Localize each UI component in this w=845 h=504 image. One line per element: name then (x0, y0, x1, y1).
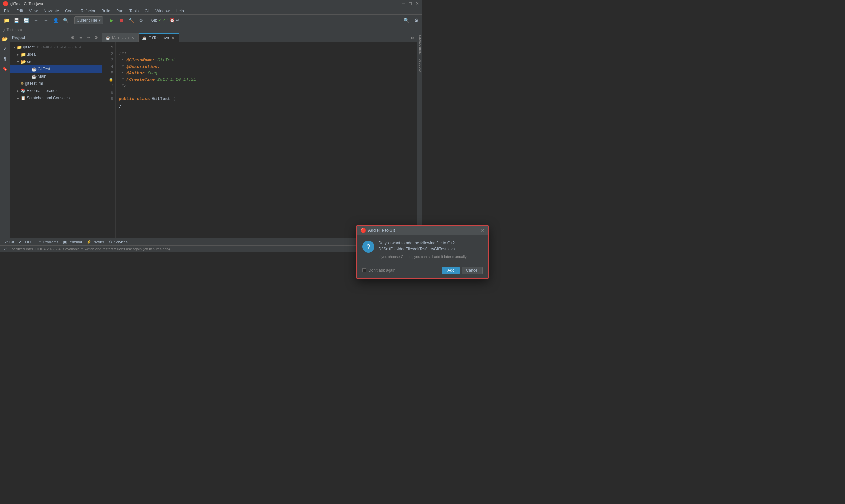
dialog-title-icon: 🔴 (360, 228, 366, 233)
dialog-title: 🔴 Add File to Git (360, 228, 395, 233)
add-file-dialog: 🔴 Add File to Git ✕ ? Do you want to add… (356, 225, 423, 252)
dialog-msg-text: Do you want to add the following file to… (378, 241, 423, 246)
dialog-message: Do you want to add the following file to… (378, 240, 423, 252)
dialog-titlebar: 🔴 Add File to Git ✕ (357, 226, 423, 235)
question-mark: ? (366, 243, 370, 251)
dialog-title-text: Add File to Git (368, 228, 395, 233)
dialog-body: ? Do you want to add the following file … (357, 235, 423, 252)
dialog-overlay: 🔴 Add File to Git ✕ ? Do you want to add… (0, 0, 423, 252)
dialog-question-icon: ? (363, 241, 374, 252)
dialog-file-path: D:\SoftFile\IdeaFiles\gitTest\src\GitTes… (378, 247, 423, 251)
dialog-text: Do you want to add the following file to… (378, 240, 423, 252)
